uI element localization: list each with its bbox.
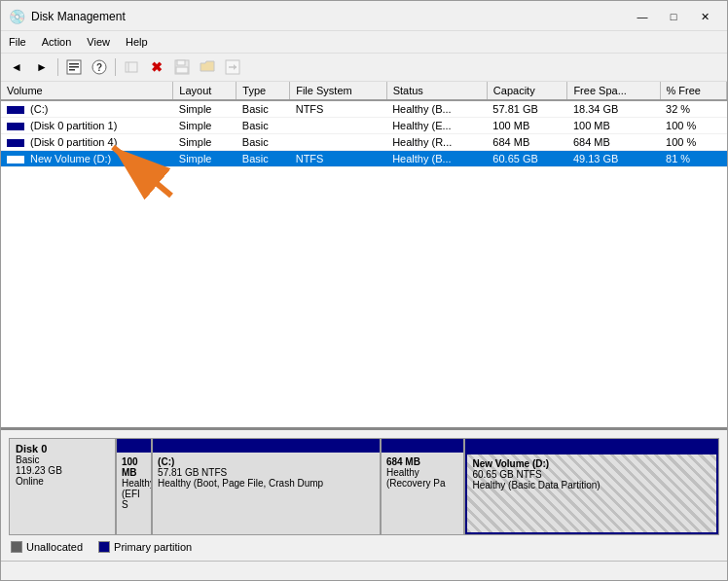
open-button[interactable] — [196, 56, 219, 78]
properties-button[interactable] — [62, 56, 86, 78]
primary-label: Primary partition — [114, 541, 192, 553]
svg-rect-2 — [69, 66, 79, 68]
connect-button[interactable] — [120, 56, 143, 78]
toolbar: ◄ ► ? ✖ — [1, 54, 727, 82]
partition-label: 684 MB — [386, 456, 459, 467]
menu-help[interactable]: Help — [118, 33, 156, 51]
col-layout[interactable]: Layout — [173, 82, 237, 100]
disk-view: Disk 0 Basic 119.23 GB Online 100 MB Hea… — [1, 429, 727, 581]
partition-status: Healthy (Recovery Pa — [386, 467, 459, 489]
menu-file[interactable]: File — [1, 33, 34, 51]
svg-text:?: ? — [96, 62, 102, 73]
cell-capacity: 100 MB — [487, 118, 567, 134]
table-row[interactable]: (Disk 0 partition 4) Simple Basic Health… — [1, 134, 727, 151]
help-button[interactable]: ? — [88, 56, 111, 78]
col-fs[interactable]: File System — [290, 82, 386, 100]
cell-type: Basic — [237, 100, 290, 118]
forward-button[interactable]: ► — [30, 56, 54, 78]
status-bar — [1, 561, 727, 580]
disk-partition[interactable]: (C:) 57.81 GB NTFS Healthy (Boot, Page F… — [153, 439, 382, 534]
disk-size: 119.23 GB — [16, 465, 109, 476]
partition-size: 57.81 GB NTFS — [158, 467, 375, 478]
cell-fs: NTFS — [290, 151, 386, 167]
partition-status: Healthy (Basic Data Partition) — [472, 480, 711, 490]
cell-layout: Simple — [173, 151, 237, 167]
cell-pct: 100 % — [660, 134, 726, 151]
col-status[interactable]: Status — [386, 82, 487, 100]
cell-free: 684 MB — [567, 134, 660, 151]
disk-type: Basic — [16, 454, 109, 465]
col-volume[interactable]: Volume — [1, 82, 173, 100]
partition-label: New Volume (D:) — [472, 458, 711, 469]
disk-status: Online — [16, 476, 109, 487]
disk-partitions: 100 MB Healthy (EFI S (C:) 57.81 GB NTFS… — [116, 438, 719, 535]
disk-partition[interactable]: 684 MB Healthy (Recovery Pa — [382, 439, 466, 534]
svg-rect-9 — [177, 60, 185, 65]
back-button[interactable]: ◄ — [5, 56, 28, 78]
svg-marker-11 — [200, 61, 214, 71]
maximize-button[interactable]: □ — [659, 7, 688, 26]
disk-partition[interactable]: New Volume (D:) 60.65 GB NTFS Healthy (B… — [465, 439, 718, 534]
legend-primary: Primary partition — [98, 541, 192, 553]
col-free[interactable]: Free Spa... — [567, 82, 660, 100]
col-type[interactable]: Type — [237, 82, 290, 100]
cell-volume: (Disk 0 partition 4) — [1, 134, 173, 151]
svg-rect-6 — [126, 62, 137, 72]
partition-size: 60.65 GB NTFS — [472, 469, 711, 480]
cell-type: Basic — [237, 151, 290, 167]
cell-pct: 32 % — [660, 100, 726, 118]
delete-button[interactable]: ✖ — [145, 56, 168, 78]
disk-row: Disk 0 Basic 119.23 GB Online 100 MB Hea… — [9, 438, 719, 535]
col-capacity[interactable]: Capacity — [487, 82, 567, 100]
cell-volume: (C:) — [1, 100, 173, 118]
window-title: Disk Management — [31, 10, 126, 23]
table-row[interactable]: (C:) Simple Basic NTFS Healthy (B... 57.… — [1, 100, 727, 118]
partition-status: Healthy (EFI S — [122, 478, 146, 510]
close-button[interactable]: ✕ — [690, 7, 719, 26]
svg-rect-3 — [69, 69, 75, 71]
partition-label: (C:) — [158, 456, 375, 467]
export-button[interactable] — [221, 56, 244, 78]
partition-status: Healthy (Boot, Page File, Crash Dump — [158, 478, 375, 489]
cell-status: Healthy (E... — [386, 118, 487, 134]
menu-action[interactable]: Action — [34, 33, 80, 51]
cell-status: Healthy (B... — [386, 151, 487, 167]
menu-bar: File Action View Help — [1, 31, 727, 54]
cell-fs — [290, 134, 386, 151]
cell-layout: Simple — [173, 118, 237, 134]
col-pct[interactable]: % Free — [660, 82, 726, 100]
primary-icon — [98, 541, 110, 553]
disk-label: Disk 0 Basic 119.23 GB Online — [9, 438, 116, 535]
svg-rect-10 — [176, 67, 188, 73]
cell-fs — [290, 118, 386, 134]
cell-free: 18.34 GB — [567, 100, 660, 118]
legend: Unallocated Primary partition — [1, 535, 727, 559]
cell-capacity: 60.65 GB — [487, 151, 567, 167]
cell-pct: 81 % — [660, 151, 726, 167]
cell-fs: NTFS — [290, 100, 386, 118]
table-row[interactable]: (Disk 0 partition 1) Simple Basic Health… — [1, 118, 727, 134]
app-icon: 💿 — [9, 9, 25, 24]
cell-type: Basic — [237, 134, 290, 151]
title-bar: 💿 Disk Management — □ ✕ — [1, 1, 727, 31]
unallocated-label: Unallocated — [26, 541, 83, 553]
menu-view[interactable]: View — [79, 33, 118, 51]
cell-capacity: 57.81 GB — [487, 100, 567, 118]
disk-partition[interactable]: 100 MB Healthy (EFI S — [117, 439, 153, 534]
cell-free: 49.13 GB — [567, 151, 660, 167]
volumes-table: Volume Layout Type File System Status Ca… — [1, 82, 727, 167]
legend-unallocated: Unallocated — [11, 541, 83, 553]
table-row[interactable]: New Volume (D:) Simple Basic NTFS Health… — [1, 151, 727, 167]
cell-layout: Simple — [173, 100, 237, 118]
list-view[interactable]: Volume Layout Type File System Status Ca… — [1, 82, 727, 429]
cell-layout: Simple — [173, 134, 237, 151]
cell-type: Basic — [237, 118, 290, 134]
cell-pct: 100 % — [660, 118, 726, 134]
cell-status: Healthy (R... — [386, 134, 487, 151]
cell-volume: New Volume (D:) — [1, 151, 173, 167]
svg-rect-1 — [69, 63, 79, 65]
cell-status: Healthy (B... — [386, 100, 487, 118]
save-button[interactable] — [170, 56, 194, 78]
partition-label: 100 MB — [122, 456, 146, 478]
minimize-button[interactable]: — — [628, 7, 657, 26]
